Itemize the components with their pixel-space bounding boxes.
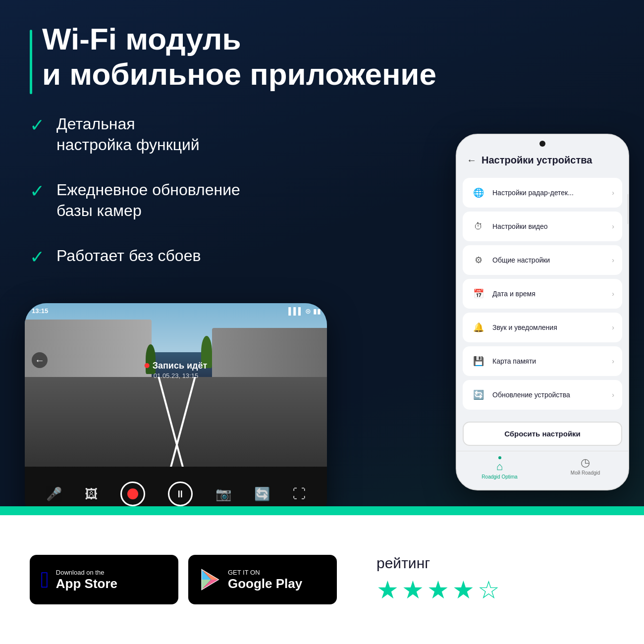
signal-icon: ▌▌▌ xyxy=(288,307,303,315)
star-4: ★ xyxy=(452,576,475,604)
feature-item-2: ✓ Ежедневное обновлениебазы камер xyxy=(30,180,240,221)
star-half: ☆ xyxy=(478,576,500,604)
calendar-icon: 📅 xyxy=(471,286,486,302)
signal-icons: ▌▌▌ ⊛ ▮▮ xyxy=(288,307,321,315)
recording-text: Запись идёт xyxy=(145,361,208,371)
teal-bar xyxy=(0,506,644,515)
settings-page-title: Настройки устройства xyxy=(482,155,592,166)
feature-text-1: Детальнаянастройка функций xyxy=(56,114,200,155)
store-buttons:  Download on the App Store GET IT ON xyxy=(30,555,337,604)
settings-item-memory[interactable]: 💾 Карта памяти › xyxy=(463,346,622,376)
rating-label: рейтинг xyxy=(376,555,500,572)
fullscreen-button[interactable]: ⛶ xyxy=(293,486,306,502)
sound-icon: 🔔 xyxy=(471,320,486,335)
googleplay-text: GET IT ON Google Play xyxy=(228,569,302,590)
googleplay-label-small: GET IT ON xyxy=(228,569,302,577)
appstore-button[interactable]:  Download on the App Store xyxy=(30,555,178,604)
phone-right: ← Настройки устройства 🌐 Настройки радар… xyxy=(456,134,629,490)
memory-arrow: › xyxy=(612,357,614,365)
dashcam-view: 13:15 ▌▌▌ ⊛ ▮▮ ← Запись идёт 01.05.23, 1… xyxy=(25,303,327,467)
phone-bottom-nav: ⌂ Roadgid Optima ◷ Мой Roadgid xyxy=(457,451,628,489)
dashcam-overlay: 13:15 ▌▌▌ ⊛ ▮▮ ← Запись идёт 01.05.23, 1… xyxy=(25,303,327,467)
gear-icon: ⚙ xyxy=(471,252,486,268)
googleplay-icon xyxy=(199,569,221,590)
pause-icon: ⏸ xyxy=(175,488,185,500)
checkmark-icon-2: ✓ xyxy=(30,181,45,202)
radar-arrow: › xyxy=(612,189,614,197)
pause-button[interactable]: ⏸ xyxy=(168,482,193,506)
dashcam-back-button[interactable]: ← xyxy=(32,352,48,368)
wifi-icon: ⊛ xyxy=(305,307,311,315)
heading-line1: Wi-Fi модуль xyxy=(42,22,436,56)
nav-dot xyxy=(498,456,501,459)
datetime-arrow: › xyxy=(612,290,614,298)
general-arrow: › xyxy=(612,256,614,264)
radar-icon: 🌐 xyxy=(471,185,486,201)
accent-line xyxy=(30,30,32,94)
general-label: Общие настройки xyxy=(492,256,550,264)
nav-item-myroadgid[interactable]: ◷ Мой Roadgid xyxy=(542,456,628,480)
settings-item-video[interactable]: ⏱ Настройки видео › xyxy=(463,212,622,241)
settings-item-radar[interactable]: 🌐 Настройки радар-детек... › xyxy=(463,178,622,208)
settings-item-datetime[interactable]: 📅 Дата и время › xyxy=(463,279,622,309)
camera-hole xyxy=(539,141,545,147)
stars: ★ ★ ★ ★ ☆ xyxy=(376,576,500,604)
rec-date: 01.05.23, 13:15 xyxy=(154,372,198,379)
settings-list: 🌐 Настройки радар-детек... › ⏱ Настройки… xyxy=(457,174,628,418)
checkmark-icon-3: ✓ xyxy=(30,247,45,268)
update-arrow: › xyxy=(612,391,614,399)
settings-back-icon[interactable]: ← xyxy=(467,155,477,166)
gallery-button[interactable]: 🖼 xyxy=(85,486,98,502)
nav-item-optima[interactable]: ⌂ Roadgid Optima xyxy=(457,456,542,480)
battery-icon: ▮▮ xyxy=(313,307,321,315)
nav-optima-label: Roadgid Optima xyxy=(482,474,517,480)
recording-indicator: Запись идёт 01.05.23, 13:15 xyxy=(145,361,208,379)
photo-button[interactable]: 📷 xyxy=(215,486,231,502)
star-2: ★ xyxy=(402,576,424,604)
sound-arrow: › xyxy=(612,323,614,331)
memory-label: Карта памяти xyxy=(492,357,536,365)
googleplay-button[interactable]: GET IT ON Google Play xyxy=(188,555,337,604)
settings-item-general[interactable]: ⚙ Общие настройки › xyxy=(463,245,622,275)
feature-text-3: Работает без сбоев xyxy=(56,246,201,267)
mic-button[interactable]: 🎤 xyxy=(46,486,62,502)
star-3: ★ xyxy=(427,576,449,604)
appstore-text: Download on the App Store xyxy=(56,569,117,590)
update-icon: 🔄 xyxy=(471,387,486,403)
appstore-label-big: App Store xyxy=(56,577,117,591)
bottom-section:  Download on the App Store GET IT ON xyxy=(0,515,644,644)
datetime-label: Дата и время xyxy=(492,290,536,298)
settings-item-sound[interactable]: 🔔 Звук и уведомления › xyxy=(463,313,622,342)
video-arrow: › xyxy=(612,222,614,230)
home-icon: ⌂ xyxy=(496,460,503,473)
title-block: Wi-Fi модуль и мобильное приложение xyxy=(42,22,436,93)
phone-right-frame: ← Настройки устройства 🌐 Настройки радар… xyxy=(456,134,629,490)
record-dot xyxy=(127,488,138,499)
feature-item-3: ✓ Работает без сбоев xyxy=(30,246,240,268)
rating-block: рейтинг ★ ★ ★ ★ ☆ xyxy=(376,555,500,604)
main-container: roadgid Wi-Fi модуль и мобильное приложе… xyxy=(0,0,644,644)
phone-left-frame: 13:15 ▌▌▌ ⊛ ▮▮ ← Запись идёт 01.05.23, 1… xyxy=(25,303,327,521)
settings-item-update[interactable]: 🔄 Обновление устройства › xyxy=(463,380,622,410)
checkmark-icon-1: ✓ xyxy=(30,115,45,136)
reset-button[interactable]: Сбросить настройки xyxy=(463,422,622,446)
update-label: Обновление устройства xyxy=(492,391,570,399)
rec-dot xyxy=(145,363,150,368)
refresh-button[interactable]: 🔄 xyxy=(254,486,270,502)
video-icon: ⏱ xyxy=(471,218,486,234)
dashcam-timestamp: 13:15 xyxy=(32,307,48,315)
video-label: Настройки видео xyxy=(492,222,548,230)
nav-myroadgid-label: Мой Roadgid xyxy=(571,470,600,476)
star-1: ★ xyxy=(376,576,399,604)
apple-icon:  xyxy=(41,566,49,593)
features-list: ✓ Детальнаянастройка функций ✓ Ежедневно… xyxy=(30,114,240,292)
heading-line2: и мобильное приложение xyxy=(42,56,436,93)
side-button xyxy=(628,194,629,224)
radar-label: Настройки радар-детек... xyxy=(492,189,574,197)
appstore-label-small: Download on the xyxy=(56,569,117,577)
feature-text-2: Ежедневное обновлениебазы камер xyxy=(56,180,240,221)
nav-myroadgid-icon: ◷ xyxy=(581,456,590,469)
googleplay-label-big: Google Play xyxy=(228,577,302,591)
feature-item-1: ✓ Детальнаянастройка функций xyxy=(30,114,240,155)
record-button[interactable] xyxy=(120,482,145,506)
